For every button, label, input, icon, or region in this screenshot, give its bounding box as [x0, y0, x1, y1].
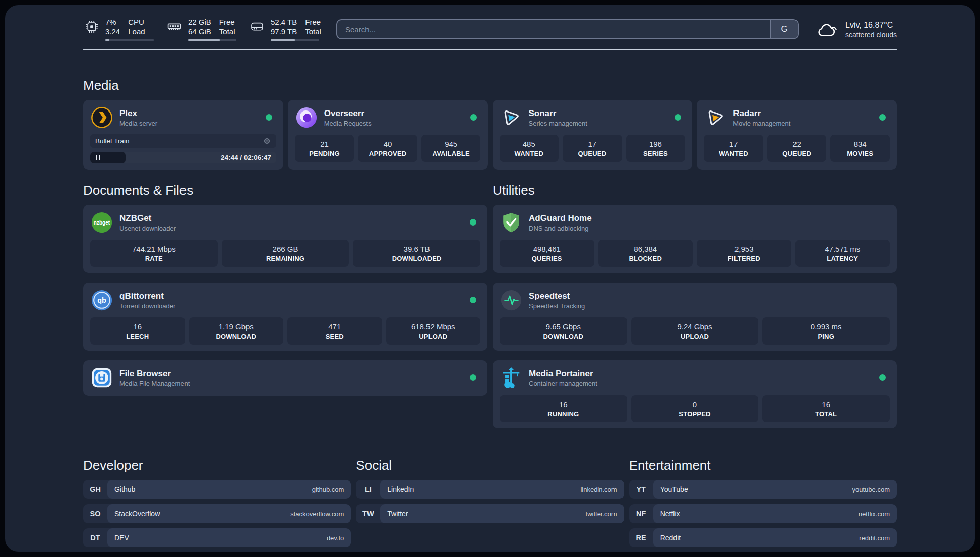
stat-label: SERIES [643, 150, 668, 157]
stat-value: 471 [328, 322, 341, 331]
bookmark-twitter[interactable]: TWTwittertwitter.com [356, 504, 624, 523]
metric-value-top: 22 GiB [188, 17, 211, 27]
stat-label: TOTAL [815, 410, 837, 418]
adguard-home-card[interactable]: AdGuard HomeDNS and adblocking498,461QUE… [493, 205, 897, 273]
stat-value: 47.571 ms [825, 245, 860, 253]
bookmark-linkedin[interactable]: LILinkedInlinkedin.com [356, 480, 624, 499]
metric-progress-fill [105, 39, 109, 41]
bookmark-reddit[interactable]: RERedditreddit.com [629, 528, 897, 547]
status-online-dot [470, 297, 476, 303]
bookmark-github[interactable]: GHGithubgithub.com [83, 480, 351, 499]
stat-queued: 17QUEUED [563, 135, 622, 162]
filebrowser-icon [90, 366, 113, 389]
search-bar: G [336, 19, 799, 39]
app-description: Media File Management [119, 380, 190, 387]
stat-label: QUEUED [782, 150, 811, 157]
stat-value: 17 [588, 140, 597, 148]
bookmark-url: linkedin.com [580, 486, 617, 493]
bookmark-dev[interactable]: DTDEVdev.to [83, 528, 351, 547]
bookmark-stackoverflow[interactable]: SOStackOverflowstackoverflow.com [83, 504, 351, 523]
bookmark-group-entertainment: EntertainmentYTYouTubeyoutube.comNFNetfl… [629, 458, 897, 547]
cpu-metric: 7%3.24CPULoad [83, 17, 154, 41]
playback-progress-bar: 24:44 / 02:06:47 [90, 152, 276, 163]
section-title-social: Social [356, 458, 624, 473]
app-title-block: PlexMedia server [119, 108, 157, 127]
header-divider [83, 49, 897, 50]
app-name: Radarr [733, 108, 790, 119]
app-title-block: NZBGetUsenet downloader [119, 213, 176, 232]
nzbget-card[interactable]: nzbgetNZBGetUsenet downloader744.21 Mbps… [83, 205, 487, 273]
section-title-utilities: Utilities [493, 183, 897, 198]
app-name: AdGuard Home [529, 213, 592, 224]
stat-label: FILTERED [728, 255, 760, 262]
search-provider-button[interactable]: G [770, 20, 798, 38]
app-name: NZBGet [119, 213, 176, 224]
stat-queued: 22QUEUED [767, 135, 827, 162]
bookmark-url: reddit.com [859, 534, 890, 542]
stat-value: 17 [729, 140, 738, 148]
stat-value: 16 [822, 400, 830, 409]
stat-value: 16 [133, 322, 142, 331]
stat-label: LATENCY [827, 255, 858, 262]
app-title-block: File BrowserMedia File Management [119, 368, 190, 387]
bookmark-name: LinkedIn [387, 485, 414, 493]
system-metrics: 7%3.24CPULoad22 GiB64 GiBFreeTotal52.4 T… [83, 17, 321, 41]
stat-value: 0 [693, 400, 697, 409]
status-online-dot [470, 114, 477, 121]
service-columns: Documents & FilesnzbgetNZBGetUsenet down… [83, 183, 897, 428]
app-name: Plex [119, 108, 157, 119]
app-name: qBittorrent [119, 291, 175, 301]
status-online-dot [879, 114, 886, 121]
sonarr-card[interactable]: SonarrSeries management485WANTED17QUEUED… [493, 100, 693, 170]
overseerr-card[interactable]: OverseerrMedia Requests21PENDING40APPROV… [288, 100, 488, 170]
bookmark-abbr: GH [83, 480, 107, 499]
file-browser-card[interactable]: File BrowserMedia File Management [83, 360, 487, 396]
metric-label-top: Free [305, 17, 321, 27]
app-title-block: RadarrMovie management [733, 108, 790, 127]
status-online-dot [879, 374, 886, 381]
stat-label: STOPPED [679, 410, 710, 418]
bookmark-netflix[interactable]: NFNetflixnetflix.com [629, 504, 897, 523]
stat-label: RATE [145, 255, 163, 262]
app-description: Container management [529, 380, 597, 387]
bookmark-abbr: LI [356, 480, 380, 499]
bookmark-group-social: SocialLILinkedInlinkedin.comTWTwittertwi… [356, 458, 624, 547]
bookmark-name: Twitter [387, 510, 408, 518]
bookmark-url: twitter.com [586, 510, 617, 518]
bookmark-name: DEV [114, 534, 129, 542]
stat-queries: 498,461QUERIES [500, 240, 594, 267]
stat-wanted: 485WANTED [500, 135, 559, 162]
bookmark-name: Netflix [660, 510, 680, 518]
app-title-block: Media PortainerContainer management [529, 368, 597, 387]
app-description: Media server [119, 120, 157, 127]
stat-value: 22 [792, 140, 801, 148]
media-portainer-card[interactable]: Media PortainerContainer management16RUN… [493, 360, 897, 428]
radarr-card[interactable]: RadarrMovie management17WANTED22QUEUED83… [697, 100, 897, 170]
stat-label: APPROVED [369, 150, 407, 157]
metric-labels: CPULoad [128, 17, 145, 36]
bookmark-youtube[interactable]: YTYouTubeyoutube.com [629, 480, 897, 499]
app-name: Overseerr [324, 108, 372, 119]
plex-card[interactable]: PlexMedia serverBullet Train24:44 / 02:0… [83, 100, 283, 170]
bookmark-abbr: DT [83, 528, 107, 547]
metric-label-top: CPU [128, 17, 145, 27]
search-input[interactable] [337, 20, 770, 38]
stat-label: AVAILABLE [433, 150, 470, 157]
speedtest-card[interactable]: SpeedtestSpeedtest Tracking9.65 GbpsDOWN… [493, 283, 897, 351]
metric-value-bottom: 97.9 TB [271, 27, 297, 36]
metric-value-top: 52.4 TB [271, 17, 297, 27]
now-playing-bar: Bullet Train [90, 134, 276, 148]
stat-pending: 21PENDING [295, 135, 354, 162]
section-title-entertainment: Entertainment [629, 458, 897, 473]
disk-metric: 52.4 TB97.9 TBFreeTotal [249, 17, 321, 41]
status-online-dot [470, 219, 476, 226]
weather-condition: scattered clouds [845, 30, 897, 39]
speedtest-icon [500, 289, 523, 312]
bookmark-name: StackOverflow [114, 510, 160, 518]
stat-label: WANTED [719, 150, 748, 157]
stat-label: DOWNLOAD [216, 332, 256, 340]
playback-time: 24:44 / 02:06:47 [221, 154, 276, 161]
qbittorrent-card[interactable]: qbqBittorrentTorrent downloader16LEECH1.… [83, 283, 487, 351]
app-description: Usenet downloader [119, 225, 176, 232]
stat-label: UPLOAD [681, 332, 709, 340]
